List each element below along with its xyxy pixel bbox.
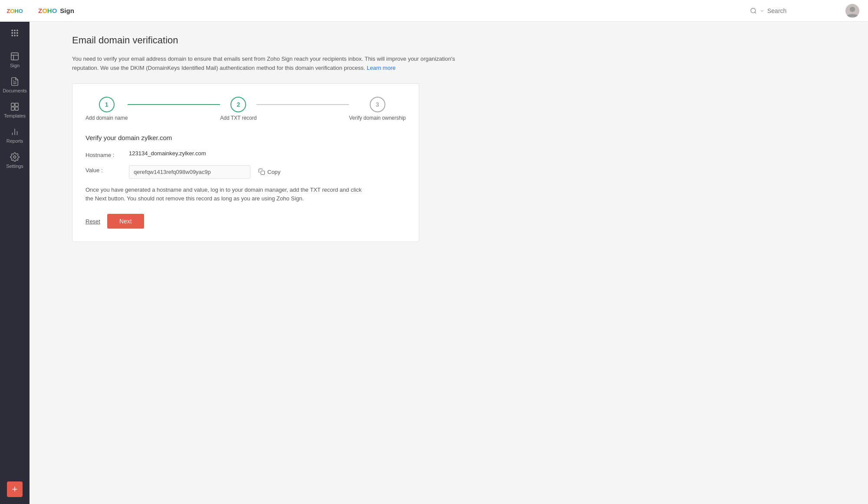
value-label: Value : xyxy=(85,165,129,173)
step-2: 2 Add TXT record xyxy=(220,97,256,121)
sidebar-item-settings[interactable]: Settings xyxy=(0,147,30,172)
step-circle-1: 1 xyxy=(99,97,115,112)
sidebar: ZOHO Sign xyxy=(0,0,30,504)
header-sign: Sign xyxy=(60,7,74,14)
step-1: 1 Add domain name xyxy=(85,97,128,121)
svg-rect-20 xyxy=(261,171,265,175)
step-circle-2: 2 xyxy=(230,97,246,112)
verification-card: 1 Add domain name 2 Add TXT record 3 Ver… xyxy=(72,83,419,242)
svg-rect-5 xyxy=(16,32,18,33)
svg-point-17 xyxy=(751,8,756,13)
verify-domain-title: Verify your domain zylker.com xyxy=(85,134,406,141)
sidebar-label-sign: Sign xyxy=(10,63,20,68)
search-dropdown-icon[interactable] xyxy=(760,8,765,13)
next-button[interactable]: Next xyxy=(107,214,144,229)
instruction-text: Once you have generated a hostname and v… xyxy=(85,186,368,204)
sidebar-item-reports[interactable]: Reports xyxy=(0,122,30,147)
avatar xyxy=(845,4,859,18)
connector-1-2 xyxy=(128,104,220,105)
svg-rect-15 xyxy=(15,107,18,110)
learn-more-link[interactable]: Learn more xyxy=(367,65,395,71)
svg-rect-8 xyxy=(16,35,18,36)
connector-2-3 xyxy=(256,104,349,105)
svg-rect-4 xyxy=(14,32,15,33)
reset-button[interactable]: Reset xyxy=(85,218,100,225)
svg-line-18 xyxy=(755,12,756,13)
search-icon[interactable] xyxy=(750,7,757,14)
sidebar-label-templates: Templates xyxy=(4,113,26,118)
header: ZOHO Sign xyxy=(30,0,868,22)
svg-rect-3 xyxy=(12,32,13,33)
sidebar-label-reports: Reports xyxy=(7,138,23,144)
sidebar-nav: Sign Documents Templates xyxy=(0,46,30,481)
svg-rect-1 xyxy=(14,30,15,31)
main-content: Email domain verification You need to ve… xyxy=(59,22,868,504)
hostname-value: 123134_domainkey.zylker.com xyxy=(129,150,206,157)
header-search xyxy=(750,7,837,14)
svg-point-16 xyxy=(13,156,16,158)
step-label-1: Add domain name xyxy=(85,115,128,121)
svg-rect-7 xyxy=(14,35,15,36)
button-row: Reset Next xyxy=(85,214,406,229)
svg-rect-2 xyxy=(16,30,18,31)
copy-label: Copy xyxy=(267,169,280,175)
copy-icon xyxy=(258,168,265,175)
value-row: Value : Copy xyxy=(85,165,406,179)
hostname-row: Hostname : 123134_domainkey.zylker.com xyxy=(85,150,406,158)
sidebar-item-sign[interactable]: Sign xyxy=(0,46,30,72)
svg-rect-13 xyxy=(15,103,18,106)
page-title: Email domain verification xyxy=(72,35,855,46)
stepper: 1 Add domain name 2 Add TXT record 3 Ver… xyxy=(85,97,406,121)
sidebar-label-settings: Settings xyxy=(6,164,23,169)
copy-button[interactable]: Copy xyxy=(255,167,284,177)
grid-icon[interactable] xyxy=(7,25,23,43)
sidebar-logo: ZOHO xyxy=(0,0,30,22)
sidebar-label-documents: Documents xyxy=(3,88,27,93)
step-label-3: Verify domain ownership xyxy=(349,115,406,121)
svg-point-19 xyxy=(850,7,855,12)
description-content: You need to verify your email address do… xyxy=(72,56,455,71)
sidebar-item-documents[interactable]: Documents xyxy=(0,72,30,97)
step-circle-3: 3 xyxy=(370,97,385,112)
description-text: You need to verify your email address do… xyxy=(72,55,463,73)
step-label-2: Add TXT record xyxy=(220,115,256,121)
sidebar-item-templates[interactable]: Templates xyxy=(0,97,30,122)
add-button[interactable]: + xyxy=(7,481,23,497)
search-input[interactable] xyxy=(767,7,837,14)
svg-rect-6 xyxy=(12,35,13,36)
svg-rect-9 xyxy=(11,53,19,60)
step-3: 3 Verify domain ownership xyxy=(349,97,406,121)
hostname-label: Hostname : xyxy=(85,150,129,158)
header-logo: ZOHO Sign xyxy=(38,7,74,14)
svg-rect-0 xyxy=(12,30,13,31)
value-input[interactable] xyxy=(129,165,250,179)
value-input-group: Copy xyxy=(129,165,284,179)
svg-rect-14 xyxy=(11,107,14,110)
svg-rect-12 xyxy=(11,103,14,106)
